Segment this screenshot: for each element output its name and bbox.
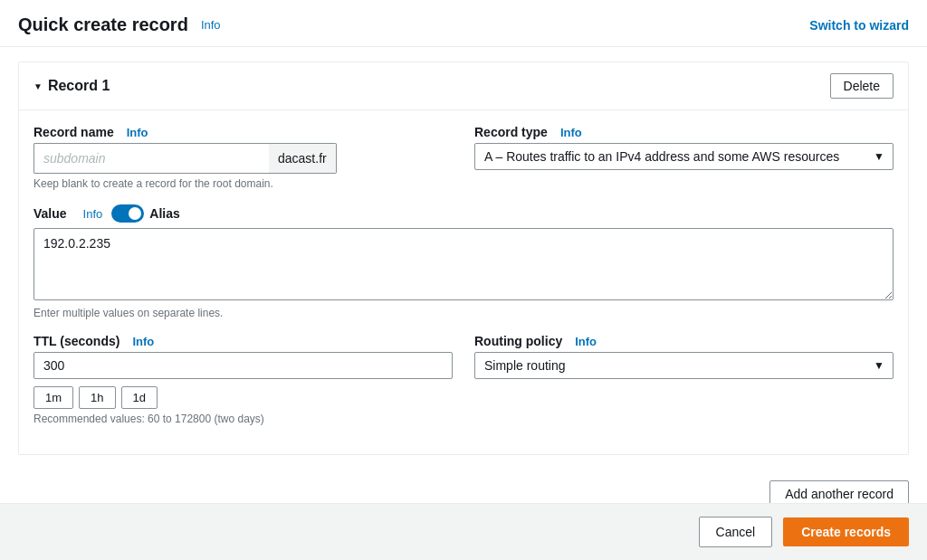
routing-policy-info-link[interactable]: Info <box>575 335 597 348</box>
preset-buttons: 1m 1h 1d <box>33 386 453 409</box>
value-textarea[interactable] <box>33 228 894 300</box>
toggle-slider <box>111 204 144 223</box>
value-group: Value Info Alias Enter multiple values o… <box>33 204 894 319</box>
page-header: Quick create record Info Switch to wizar… <box>0 0 927 47</box>
ttl-label: TTL (seconds) Info <box>33 334 453 348</box>
add-another-record-button[interactable]: Add another record <box>769 480 909 503</box>
record-type-label: Record type Info <box>474 125 894 139</box>
cancel-button[interactable]: Cancel <box>699 517 773 547</box>
chevron-down-icon: ▼ <box>33 81 43 91</box>
preset-1h-button[interactable]: 1h <box>79 386 115 409</box>
ttl-input[interactable] <box>33 352 453 379</box>
alias-toggle-container: Alias <box>111 204 179 223</box>
record-title-label: Record 1 <box>48 78 110 94</box>
record-header: ▼ Record 1 Delete <box>19 62 908 110</box>
routing-policy-select-wrapper: Simple routingWeightedLatencyFailoverGeo… <box>474 352 894 379</box>
record-section: ▼ Record 1 Delete Record name Info dacas… <box>18 62 909 455</box>
delete-button[interactable]: Delete <box>830 73 894 99</box>
record-name-info-link[interactable]: Info <box>127 126 148 139</box>
alias-label: Alias <box>149 206 179 221</box>
ttl-info-link[interactable]: Info <box>132 335 154 348</box>
value-label-row: Value Info Alias <box>33 204 894 223</box>
record-name-input[interactable] <box>33 143 269 174</box>
value-hint: Enter multiple values on separate lines. <box>33 307 894 319</box>
record-name-label: Record name Info <box>33 125 453 139</box>
value-info-link[interactable]: Info <box>83 207 103 221</box>
name-type-row: Record name Info dacast.fr Keep blank to… <box>33 125 894 190</box>
preset-1d-button[interactable]: 1d <box>121 386 158 409</box>
routing-policy-label: Routing policy Info <box>474 334 894 348</box>
create-records-button[interactable]: Create records <box>783 517 909 546</box>
value-label: Value <box>33 206 67 221</box>
page-title: Quick create record <box>18 14 188 35</box>
routing-policy-select[interactable]: Simple routingWeightedLatencyFailoverGeo… <box>474 352 894 379</box>
main-content: ▼ Record 1 Delete Record name Info dacas… <box>0 47 927 503</box>
ttl-hint: Recommended values: 60 to 172800 (two da… <box>33 413 453 425</box>
record-name-group: Record name Info dacast.fr Keep blank to… <box>33 125 453 190</box>
actions-row: Add another record <box>0 470 927 503</box>
ttl-group: TTL (seconds) Info 1m 1h 1d Recommended … <box>33 334 453 425</box>
record-name-input-wrapper: dacast.fr <box>33 143 453 174</box>
header-info-link[interactable]: Info <box>201 18 221 32</box>
record-body: Record name Info dacast.fr Keep blank to… <box>19 110 908 454</box>
switch-wizard-link[interactable]: Switch to wizard <box>809 18 909 33</box>
record-type-group: Record type Info A – Routes traffic to a… <box>474 125 894 190</box>
record-title-container: ▼ Record 1 <box>33 78 110 94</box>
preset-1m-button[interactable]: 1m <box>33 386 73 409</box>
record-type-select[interactable]: A – Routes traffic to an IPv4 address an… <box>474 143 894 170</box>
record-type-select-wrapper: A – Routes traffic to an IPv4 address an… <box>474 143 894 170</box>
alias-toggle[interactable] <box>111 204 144 223</box>
ttl-routing-row: TTL (seconds) Info 1m 1h 1d Recommended … <box>33 334 894 425</box>
record-type-info-link[interactable]: Info <box>560 126 582 139</box>
record-name-hint: Keep blank to create a record for the ro… <box>33 177 453 190</box>
routing-policy-group: Routing policy Info Simple routingWeight… <box>474 334 894 425</box>
footer: Cancel Create records <box>0 503 927 560</box>
domain-suffix: dacast.fr <box>269 143 337 174</box>
